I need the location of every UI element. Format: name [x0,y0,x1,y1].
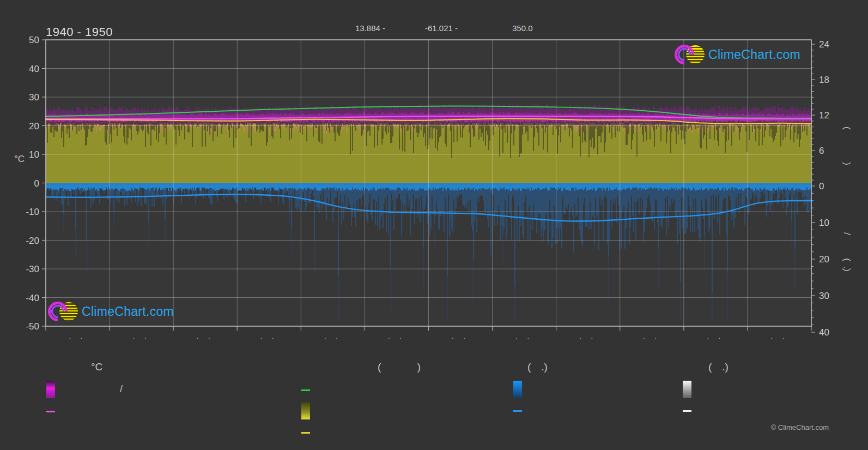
month-tick-label: . . [771,332,788,340]
legend-temp-max-gradient-swatch [46,381,55,398]
elevation-value: 350.0 [512,23,533,33]
legend-snow-header: ( .) [708,361,729,373]
legend-snow-line-swatch [683,410,691,412]
right-top-tick-label: 18 [819,75,829,85]
copyright-text: © ClimeChart.com [771,423,829,431]
legend-precip-header: ( .) [527,361,548,373]
right-axis-top-title: ( ) [841,127,852,165]
legend-temp-unit: °C [91,361,102,373]
left-tick-label: 10 [29,149,39,160]
right-bottom-tick-label: 40 [819,327,829,338]
right-top-tick-label: 6 [819,146,824,156]
month-tick-label: . . [579,332,597,340]
month-tick-label: . . [69,332,87,340]
month-tick-label: . . [133,332,150,340]
month-tick-label: . . [515,332,533,340]
legend-temp-maxmin-label: / [120,383,123,395]
legend-sunshine-gradient-swatch [301,402,310,419]
legend-daylight-line-swatch [301,389,310,391]
month-tick-label: . . [260,332,278,340]
left-tick-label: -20 [26,236,39,246]
right-bottom-tick-label: 30 [819,291,829,301]
left-tick-label: 0 [34,178,39,189]
climechart-logo-bottom[interactable]: ClimeChart.com [48,302,174,321]
left-tick-label: 40 [29,64,39,74]
right-bottom-tick-label: 20 [819,254,829,265]
right-top-tick-label: 12 [819,110,829,121]
left-tick-label: -30 [26,264,39,274]
longitude-value: -61.021 - [425,23,458,33]
legend-sunshine-line-swatch [301,432,310,434]
climate-chart-page: 50403020100-10-20-30-40-5024181260102030… [0,0,868,450]
left-tick-label: -40 [26,293,39,303]
legend-precip-gradient-swatch [513,381,522,398]
left-tick-label: -10 [26,207,39,217]
right-top-tick-label: 0 [819,181,824,191]
left-axis-title: °C [14,154,25,165]
month-tick-label: . . [324,332,342,340]
left-tick-label: 30 [29,92,39,103]
logo-text: ClimeChart.com [708,47,800,62]
logo-text: ClimeChart.com [82,304,174,319]
left-tick-label: 20 [29,121,39,131]
chart-title: 1940 - 1950 [46,25,113,39]
month-tick-label: . . [197,332,214,340]
month-tick-label: . . [388,332,405,340]
month-tick-label: . . [643,332,660,340]
left-tick-label: 50 [29,35,39,45]
month-tick-label: . . [452,332,469,340]
right-bottom-tick-label: 10 [819,218,829,228]
latitude-value: 13.884 - [355,23,385,33]
legend-precip-line-swatch [513,410,522,412]
left-tick-label: -50 [26,321,39,332]
right-axis-bottom-title: / ( .) [841,232,852,272]
climechart-logo-top[interactable]: ClimeChart.com [675,45,800,64]
legend-snow-gradient-swatch [683,381,691,398]
legend-temp-mean-line-swatch [46,411,55,412]
right-top-tick-label: 24 [819,39,829,50]
month-tick-label: . . [707,332,724,340]
legend-sunshine-header: ( ) [378,361,421,373]
